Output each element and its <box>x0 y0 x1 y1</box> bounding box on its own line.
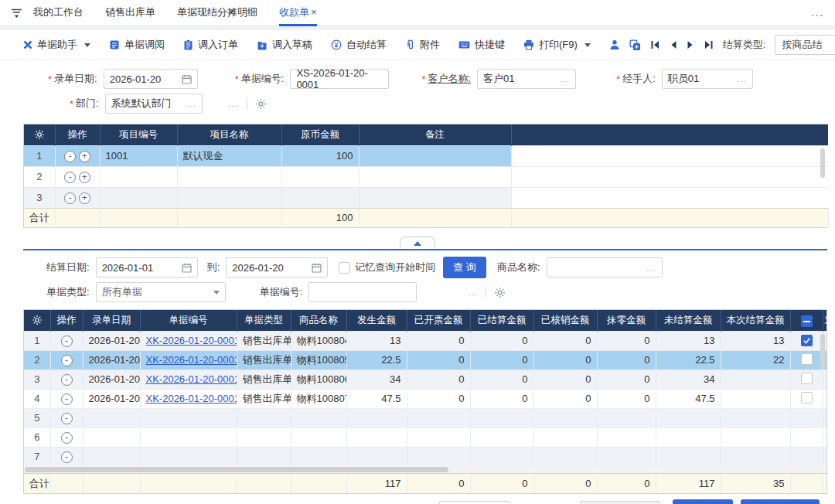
nav-first-icon[interactable] <box>650 40 660 49</box>
row-add-icon[interactable]: + <box>79 192 90 204</box>
doc-no-label: 单据编号: <box>241 72 285 86</box>
settlement-table-header: 操作 录单日期 单据编号 单据类型 商品名称 发生金额 已开票金额 已结算金额 … <box>24 310 827 331</box>
chevron-down-icon <box>84 43 90 47</box>
copy-add-icon[interactable] <box>629 39 641 51</box>
post-button[interactable]: 审核过账(F8) <box>741 499 820 504</box>
lookup-ellipsis-icon[interactable]: ... <box>556 74 570 83</box>
doc-review-button[interactable]: 单据调阅 <box>109 38 165 52</box>
row-checkbox[interactable] <box>801 373 813 384</box>
more-filters-ellipsis[interactable]: ... <box>468 287 478 298</box>
table-row[interactable]: 5 - <box>24 408 827 427</box>
table-row[interactable]: 7 - <box>24 447 827 466</box>
user-icon[interactable] <box>609 39 620 50</box>
settle-date-to-input[interactable]: 2026-01-20 <box>226 257 328 278</box>
table-row[interactable]: 1 - 2026-01-20 XK-2026-01-20-0001 销售出库单 … <box>24 331 827 350</box>
calendar-icon[interactable] <box>182 263 192 273</box>
settle-type-select[interactable]: 按商品结 <box>775 35 835 55</box>
print-button[interactable]: 打印(F9) <box>523 38 591 52</box>
load-draft-button[interactable]: 调入草稿 <box>257 38 312 52</box>
allocatable-input: 65 <box>580 501 660 504</box>
tab-receipt-active[interactable]: 收款单× <box>279 0 317 26</box>
calendar-icon[interactable] <box>312 263 322 273</box>
doc-assistant-button[interactable]: 单据助手 <box>23 38 90 52</box>
row-remove-icon[interactable]: - <box>64 172 76 183</box>
remember-start-label: 记忆查询开始时间 <box>355 261 435 274</box>
lookup-ellipsis-icon[interactable]: ... <box>182 99 196 108</box>
row-remove-icon[interactable]: - <box>61 451 73 463</box>
save-draft-button[interactable]: 保存草稿 <box>673 499 733 504</box>
form-settings-gear-icon[interactable] <box>255 98 267 110</box>
tab-close-icon[interactable]: × <box>311 6 317 18</box>
row-remove-icon[interactable]: - <box>61 413 73 424</box>
keyboard-icon <box>458 40 470 49</box>
hotkeys-button[interactable]: 快捷键 <box>458 38 505 52</box>
remember-start-checkbox[interactable] <box>339 262 350 274</box>
doc-no-link[interactable]: XK-2026-01-20-0001 <box>146 335 237 346</box>
nav-prev-icon[interactable] <box>670 40 677 49</box>
vertical-scrollbar[interactable] <box>820 334 825 368</box>
doc-no-link[interactable]: XK-2026-01-20-0001 <box>146 354 237 366</box>
table-row[interactable]: 1 - + 1001 默认现金 100 <box>24 145 828 166</box>
auto-settle-button[interactable]: 自动结算 <box>331 38 387 52</box>
row-remove-icon[interactable]: - <box>61 393 73 405</box>
handler-input[interactable]: 职员01... <box>662 69 753 89</box>
total-this-settle: 35 <box>721 474 790 493</box>
collapse-handle[interactable] <box>400 237 435 249</box>
table-row[interactable]: 6 - <box>24 427 827 447</box>
dept-input[interactable]: 系统默认部门... <box>105 94 203 114</box>
vertical-scrollbar[interactable] <box>820 148 825 178</box>
doc-no-link[interactable]: XK-2026-01-20-0001 <box>146 373 237 385</box>
horizontal-scrollbar-thumb[interactable] <box>25 467 448 472</box>
tab-list-icon[interactable] <box>11 8 22 19</box>
nav-last-icon[interactable] <box>704 40 714 49</box>
row-remove-icon[interactable]: - <box>61 355 73 366</box>
tab-cash-settlement-detail[interactable]: 单据现结分摊明细 <box>177 0 257 26</box>
filter-doc-no-input[interactable] <box>308 282 417 302</box>
select-all-checkbox[interactable] <box>801 315 813 327</box>
lookup-ellipsis-icon[interactable]: ... <box>642 263 656 272</box>
row-add-icon[interactable]: + <box>79 172 90 183</box>
row-remove-icon[interactable]: - <box>64 192 76 204</box>
doc-type-select[interactable]: 所有单据 <box>96 282 226 302</box>
more-fields-ellipsis[interactable]: ... <box>229 98 239 109</box>
settle-date-from-input[interactable]: 2026-01-01 <box>96 257 198 278</box>
row-remove-icon[interactable]: - <box>64 151 76 162</box>
row-remove-icon[interactable]: - <box>61 432 73 444</box>
lookup-ellipsis-icon[interactable]: ... <box>733 74 747 83</box>
table-row-selected[interactable]: 2 - 2026-01-20 XK-2026-01-20-0001 销售出库单 … <box>24 350 827 369</box>
filter-doc-no-label: 单据编号: <box>260 285 303 299</box>
tab-my-workbench[interactable]: 我的工作台 <box>33 0 84 26</box>
row-remove-icon[interactable]: - <box>61 374 73 386</box>
doc-no-input[interactable]: XS-2026-01-20-0001 <box>290 69 389 89</box>
tab-sales-outbound[interactable]: 销售出库单 <box>105 0 155 26</box>
calendar-icon[interactable] <box>182 74 192 84</box>
doc-no-link[interactable]: XK-2026-01-20-0001 <box>146 393 237 404</box>
row-remove-icon[interactable]: - <box>61 335 73 347</box>
horizontal-scrollbar[interactable] <box>23 466 827 473</box>
dept-label: 部门: <box>76 97 99 111</box>
customer-label[interactable]: 客户名称: <box>428 72 471 86</box>
tab-overflow-icon[interactable]: ... <box>811 7 824 19</box>
rounding-input[interactable] <box>439 501 510 504</box>
row-add-icon[interactable]: + <box>79 151 90 162</box>
table-row[interactable]: 2 - + <box>24 166 828 187</box>
product-name-input[interactable]: ... <box>547 257 663 278</box>
load-order-button[interactable]: 调入订单 <box>183 38 238 52</box>
row-checkbox[interactable] <box>801 335 813 346</box>
table-row[interactable]: 3 - + <box>24 187 828 208</box>
record-date-input[interactable]: 2026-01-20 <box>104 69 198 89</box>
customer-input[interactable]: 客户01... <box>477 69 576 89</box>
grid-settings-gear-icon[interactable] <box>24 310 50 331</box>
toolbar: 单据助手 单据调阅 调入订单 调入草稿 自动结算 附件 快捷键 打印(F9) 结… <box>0 30 835 60</box>
collapse-arrow-icon <box>414 241 421 246</box>
nav-next-icon[interactable] <box>687 40 694 49</box>
row-checkbox[interactable] <box>801 392 813 404</box>
grid-settings-gear-icon[interactable] <box>24 124 55 145</box>
attachment-button[interactable]: 附件 <box>405 38 440 52</box>
to-label: 到: <box>207 261 220 274</box>
row-checkbox[interactable] <box>801 353 813 365</box>
table-row[interactable]: 4 - 2026-01-20 XK-2026-01-20-0001 销售出库单 … <box>24 389 827 408</box>
query-button[interactable]: 查 询 <box>443 257 486 278</box>
table-row[interactable]: 3 - 2026-01-20 XK-2026-01-20-0001 销售出库单 … <box>24 369 827 389</box>
filter-settings-gear-icon[interactable] <box>494 287 506 298</box>
